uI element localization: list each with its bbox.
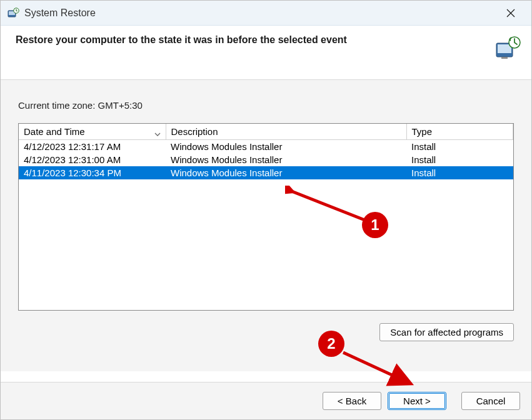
system-restore-large-icon [494,34,521,62]
close-button[interactable] [496,3,525,23]
table-cell-datetime: 4/12/2023 12:31:17 AM [19,140,166,154]
column-header-type[interactable]: Type [406,124,513,140]
system-restore-icon [7,7,19,19]
header-area: Restore your computer to the state it wa… [1,26,531,80]
column-header-label: Description [171,126,218,137]
table-cell-type: Install [406,166,513,179]
timezone-label: Current time zone: GMT+5:30 [18,100,514,111]
svg-rect-7 [501,57,508,59]
window-title: System Restore [24,8,496,19]
page-heading: Restore your computer to the state it wa… [16,34,489,46]
table-row[interactable]: 4/11/2023 12:30:34 PMWindows Modules Ins… [19,166,513,179]
titlebar: System Restore [1,1,531,26]
table-header-row: Date and Time Description Type [19,124,513,140]
table-cell-datetime: 4/11/2023 12:30:34 PM [19,166,166,179]
content-area: Current time zone: GMT+5:30 Date and Tim… [1,80,531,371]
table-cell-description: Windows Modules Installer [166,153,406,166]
next-button[interactable]: Next > [388,392,446,410]
table-row[interactable]: 4/12/2023 12:31:17 AMWindows Modules Ins… [19,140,513,154]
close-icon [506,9,515,18]
scan-row: Scan for affected programs [18,323,514,341]
system-restore-window: System Restore Restore your computer to … [0,0,532,420]
table-cell-description: Windows Modules Installer [166,166,406,179]
table-row[interactable]: 4/12/2023 12:31:00 AMWindows Modules Ins… [19,153,513,166]
table-cell-type: Install [406,140,513,154]
table-cell-description: Windows Modules Installer [166,140,406,154]
scan-affected-button[interactable]: Scan for affected programs [379,323,514,341]
column-header-datetime[interactable]: Date and Time [19,124,166,140]
back-button[interactable]: < Back [323,392,381,410]
restore-points-table[interactable]: Date and Time Description Type 4 [18,123,514,311]
table-cell-type: Install [406,153,513,166]
wizard-footer: < Back Next > Cancel [1,382,531,419]
column-header-label: Type [412,126,433,137]
cancel-button[interactable]: Cancel [461,392,520,410]
sort-descending-icon [154,128,161,139]
column-header-label: Date and Time [24,126,85,137]
column-header-description[interactable]: Description [166,124,406,140]
table-cell-datetime: 4/12/2023 12:31:00 AM [19,153,166,166]
